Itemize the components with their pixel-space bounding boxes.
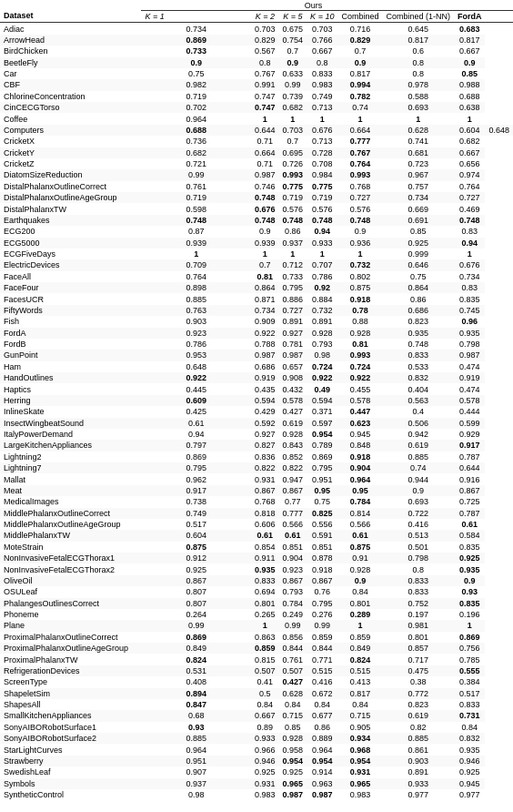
cell-value: 0.919 bbox=[251, 372, 279, 383]
cell-value: 0.933 bbox=[307, 238, 337, 249]
cell-value: 0.859 bbox=[251, 643, 279, 654]
cell-value: 0.795 bbox=[279, 282, 307, 293]
dataset-name: ECG200 bbox=[0, 226, 141, 237]
cell-value: 0.954 bbox=[307, 756, 337, 766]
cell-value: 0.682 bbox=[279, 102, 307, 113]
cell-value: 0.898 bbox=[141, 282, 251, 293]
cell-value: 0.724 bbox=[307, 361, 337, 372]
dataset-name: InsectWingbeatSound bbox=[0, 418, 141, 429]
cell-value: 0.823 bbox=[382, 699, 454, 710]
table-row: SonyAIBORobotSurface20.8850.9330.9280.88… bbox=[0, 733, 513, 744]
cell-value: 0.829 bbox=[337, 35, 382, 46]
cell-value: 0.584 bbox=[454, 530, 486, 541]
cell-value: 1 bbox=[307, 249, 337, 259]
cell-value: 0.7 bbox=[251, 259, 279, 270]
table-row: ECG50000.9390.9390.9370.9330.9360.9250.9… bbox=[0, 238, 513, 249]
dataset-name: Strawberry bbox=[0, 756, 141, 766]
dataset-name: NonInvasiveFetalECGThorax1 bbox=[0, 553, 141, 563]
cell-value: 0.807 bbox=[141, 598, 251, 609]
dataset-name: Car bbox=[0, 68, 141, 79]
cell-value: 0.7 bbox=[279, 46, 307, 56]
table-row: Fish0.9030.9090.8910.8910.880.8230.96 bbox=[0, 316, 513, 327]
cell-value: 0.757 bbox=[382, 181, 454, 192]
cell-value: 0.954 bbox=[307, 429, 337, 440]
cell-value: 0.734 bbox=[382, 192, 454, 203]
dataset-name: DistalPhalanxOutlineAgeGroup bbox=[0, 192, 141, 203]
cell-value: 0.914 bbox=[307, 766, 337, 777]
cell-value: 0.677 bbox=[307, 710, 337, 721]
cell-value: 0.77 bbox=[279, 496, 307, 507]
cell-value: 0.795 bbox=[307, 598, 337, 609]
cell-value: 0.732 bbox=[307, 305, 337, 316]
cell-value: 0.964 bbox=[337, 473, 382, 484]
cell-value: 0.935 bbox=[454, 744, 486, 755]
results-table: Dataset Ours K = 1 K = 2 K = 5 K = 10 Co… bbox=[0, 0, 513, 800]
table-row: CricketZ0.7210.710.7260.7080.7640.7230.6… bbox=[0, 158, 513, 169]
cell-value: 0.724 bbox=[337, 361, 382, 372]
cell-value: 0.869 bbox=[141, 452, 251, 462]
cell-value: 0.833 bbox=[307, 68, 337, 79]
cell-value: 0.81 bbox=[337, 339, 382, 350]
dataset-name: InlineSkate bbox=[0, 406, 141, 417]
table-row: Lightning70.7950.8220.8220.7950.9040.740… bbox=[0, 462, 513, 473]
cell-value: 1 bbox=[454, 620, 486, 631]
table-row: SonyAIBORobotSurface10.930.890.850.860.9… bbox=[0, 722, 513, 733]
col-k1: K = 1 bbox=[141, 11, 251, 23]
dataset-name: SwedishLeaf bbox=[0, 766, 141, 777]
cell-value: 0.777 bbox=[337, 136, 382, 147]
table-row: Earthquakes0.7480.7480.7480.7480.7480.69… bbox=[0, 215, 513, 226]
table-row: ChlorineConcentration0.7190.7470.7390.74… bbox=[0, 91, 513, 102]
cell-value: 0.506 bbox=[382, 418, 454, 429]
cell-value: 0.656 bbox=[454, 158, 486, 169]
dataset-name: ECGFiveDays bbox=[0, 249, 141, 259]
cell-value: 0.937 bbox=[141, 778, 251, 789]
cell-value: 0.922 bbox=[141, 372, 251, 383]
cell-value: 0.867 bbox=[454, 485, 486, 496]
table-row: MedicalImages0.7380.7680.770.750.7840.69… bbox=[0, 496, 513, 507]
cell-value: 0.864 bbox=[251, 282, 279, 293]
cell-value: 1 bbox=[251, 620, 279, 631]
dataset-name: MedicalImages bbox=[0, 496, 141, 507]
cell-value: 0.885 bbox=[141, 733, 251, 744]
cell-value: 0.945 bbox=[337, 429, 382, 440]
table-row: DistalPhalanxOutlineAgeGroup0.7190.7480.… bbox=[0, 192, 513, 203]
table-row: MiddlePhalanxOutlineAgeGroup0.5170.6060.… bbox=[0, 519, 513, 530]
table-row: CricketX0.7360.710.70.7130.7770.7410.682 bbox=[0, 136, 513, 147]
cell-value: 0.977 bbox=[454, 789, 486, 800]
cell-value: 0.667 bbox=[307, 46, 337, 56]
cell-value: 0.775 bbox=[279, 181, 307, 192]
table-row: FaceFour0.8980.8640.7950.920.8750.8640.8… bbox=[0, 282, 513, 293]
cell-value: 1 bbox=[337, 620, 382, 631]
cell-value: 0.917 bbox=[454, 440, 486, 451]
cell-value: 0.851 bbox=[307, 542, 337, 553]
cell-value: 0.925 bbox=[141, 563, 251, 574]
cell-value: 0.857 bbox=[382, 643, 454, 654]
cell-value: 0.598 bbox=[141, 203, 251, 214]
cell-value: 0.885 bbox=[382, 452, 454, 462]
cell-value: 0.455 bbox=[337, 383, 382, 394]
cell-value: 0.646 bbox=[382, 259, 454, 270]
cell-value: 0.928 bbox=[337, 328, 382, 339]
cell-value: 0.78 bbox=[337, 305, 382, 316]
col-combined-1nn: Combined (1-NN) bbox=[382, 11, 454, 23]
cell-value: 0.784 bbox=[337, 496, 382, 507]
cell-value: 0.85 bbox=[382, 226, 454, 237]
table-row: NonInvasiveFetalECGThorax10.9120.9110.90… bbox=[0, 553, 513, 563]
cell-value: 0.754 bbox=[279, 35, 307, 46]
table-row: ProximalPhalanxTW0.8240.8150.7610.7710.8… bbox=[0, 654, 513, 665]
cell-value: 0.767 bbox=[337, 147, 382, 158]
cell-value: 0.982 bbox=[141, 79, 251, 90]
cell-value: 0.576 bbox=[337, 203, 382, 214]
cell-value: 0.81 bbox=[251, 271, 279, 282]
cell-value: 0.606 bbox=[251, 519, 279, 530]
cell-value: 0.576 bbox=[307, 203, 337, 214]
cell-value: 0.474 bbox=[454, 361, 486, 372]
cell-value: 0.676 bbox=[454, 259, 486, 270]
cell-value: 0.726 bbox=[279, 158, 307, 169]
cell-value: 0.644 bbox=[454, 462, 486, 473]
cell-value: 0.8 bbox=[382, 68, 454, 79]
cell-value: 0.84 bbox=[337, 699, 382, 710]
cell-value: 0.824 bbox=[141, 654, 251, 665]
cell-value: 0.741 bbox=[382, 136, 454, 147]
cell-value: 0.9 bbox=[337, 226, 382, 237]
